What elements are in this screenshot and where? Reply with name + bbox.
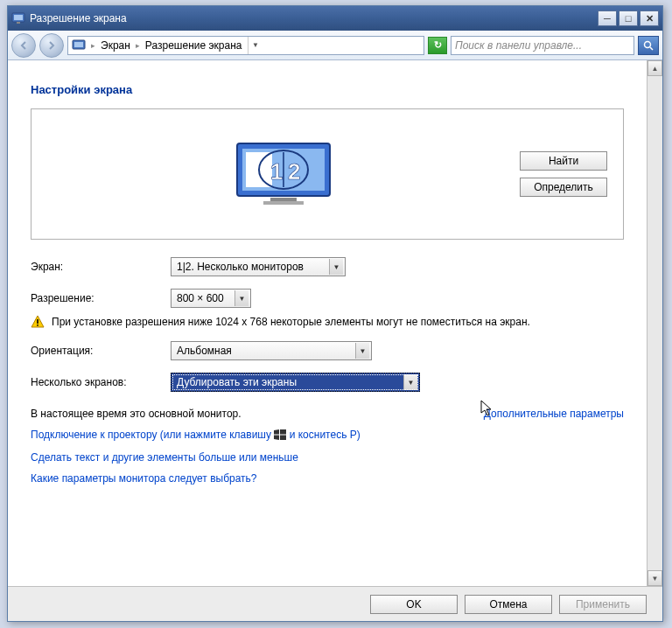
screen-label: Экран:: [31, 261, 171, 273]
breadcrumb-drop-icon[interactable]: ▼: [248, 37, 263, 54]
svg-rect-16: [37, 319, 38, 324]
window-icon: [11, 11, 25, 25]
projector-link[interactable]: Подключение к проектору (или нажмите кла…: [31, 429, 360, 441]
page-heading: Настройки экрана: [31, 83, 624, 96]
search-button[interactable]: [638, 36, 659, 55]
svg-text:1: 1: [270, 158, 283, 185]
chevron-down-icon: ▼: [329, 259, 343, 275]
orientation-select-value: Альбомная: [177, 345, 232, 357]
scroll-up-button[interactable]: ▲: [648, 60, 662, 76]
forward-button[interactable]: [39, 33, 64, 58]
monitor-thumbnail[interactable]: 1 2: [235, 142, 332, 206]
screen-select-value: 1|2. Несколько мониторов: [177, 261, 304, 273]
close-button[interactable]: ✕: [640, 10, 659, 26]
chevron-down-icon: ▼: [403, 374, 417, 390]
windows-key-icon: [274, 429, 286, 443]
svg-rect-1: [14, 15, 23, 20]
svg-line-6: [650, 47, 653, 50]
resolution-select-value: 800 × 600: [177, 292, 224, 304]
dialog-buttons: OK Отмена Применить: [8, 586, 662, 621]
scroll-down-button[interactable]: ▼: [648, 570, 662, 586]
warning-icon: [31, 315, 45, 329]
svg-rect-15: [263, 201, 304, 205]
refresh-button[interactable]: ↻: [428, 37, 447, 54]
screen-select[interactable]: 1|2. Несколько мониторов ▼: [171, 257, 346, 276]
monitor-icon: [72, 38, 86, 52]
svg-point-5: [645, 41, 651, 47]
search-input[interactable]: Поиск в панели управле...: [451, 36, 634, 55]
svg-rect-2: [17, 22, 20, 24]
find-button[interactable]: Найти: [520, 151, 607, 171]
resolution-label: Разрешение:: [31, 292, 171, 304]
maximize-button[interactable]: □: [619, 10, 638, 26]
svg-rect-17: [37, 324, 38, 326]
identify-button[interactable]: Определить: [520, 178, 607, 197]
warning-text: При установке разрешения ниже 1024 х 768…: [52, 315, 530, 329]
orientation-select[interactable]: Альбомная ▼: [171, 341, 372, 360]
breadcrumb-separator: ▸: [91, 41, 95, 50]
svg-rect-14: [270, 198, 297, 201]
breadcrumb-item-1[interactable]: Экран: [101, 39, 130, 52]
window: Разрешение экрана ─ □ ✕ ▸ Экран ▸ Разреш…: [7, 5, 663, 622]
minimize-button[interactable]: ─: [598, 10, 617, 26]
chevron-down-icon: ▼: [234, 290, 248, 306]
search-placeholder: Поиск в панели управле...: [455, 39, 582, 52]
apply-button[interactable]: Применить: [559, 595, 647, 614]
display-preview: 1 2 Найти Определить: [31, 108, 624, 240]
chevron-down-icon: ▼: [355, 343, 369, 359]
multiple-displays-value: Дублировать эти экраны: [177, 376, 297, 388]
address-bar: ▸ Экран ▸ Разрешение экрана ▼ ↻ Поиск в …: [8, 31, 662, 60]
advanced-settings-link[interactable]: Дополнительные параметры: [484, 408, 624, 420]
breadcrumb-item-2[interactable]: Разрешение экрана: [145, 39, 242, 52]
window-title: Разрешение экрана: [30, 12, 598, 24]
breadcrumb-separator: ▸: [136, 41, 140, 50]
multiple-displays-label: Несколько экранов:: [31, 376, 171, 388]
primary-monitor-text: В настоящее время это основной монитор.: [31, 408, 242, 420]
vertical-scrollbar[interactable]: ▲ ▼: [647, 60, 662, 586]
svg-rect-4: [74, 42, 83, 47]
multiple-displays-select[interactable]: Дублировать эти экраны ▼: [171, 373, 420, 392]
help-link[interactable]: Какие параметры монитора следует выбрать…: [31, 472, 257, 485]
breadcrumb-field[interactable]: ▸ Экран ▸ Разрешение экрана ▼: [67, 36, 424, 55]
back-button[interactable]: [11, 33, 36, 58]
titlebar: Разрешение экрана ─ □ ✕: [8, 6, 662, 31]
ok-button[interactable]: OK: [370, 595, 458, 614]
svg-text:2: 2: [288, 158, 300, 185]
text-size-link[interactable]: Сделать текст и другие элементы больше и…: [31, 451, 298, 464]
orientation-label: Ориентация:: [31, 345, 171, 357]
cancel-button[interactable]: Отмена: [465, 595, 552, 614]
resolution-select[interactable]: 800 × 600 ▼: [171, 289, 251, 308]
content-area: Настройки экрана 1 2: [8, 60, 647, 586]
